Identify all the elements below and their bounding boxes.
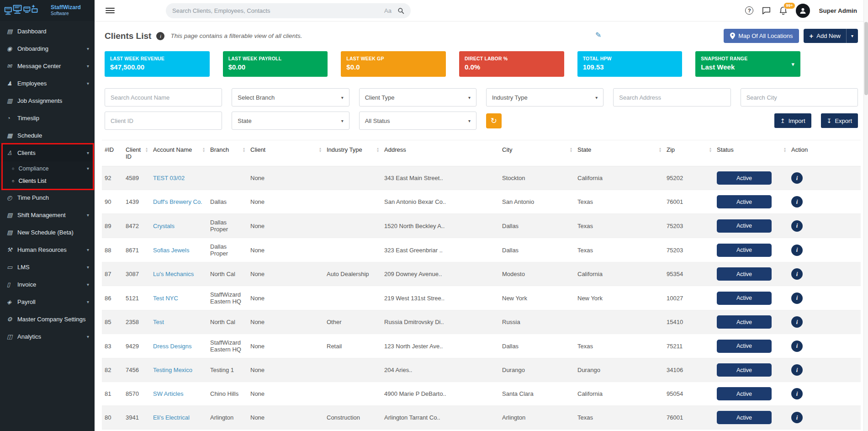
match-case-toggle[interactable]: Aa bbox=[384, 7, 392, 14]
account-name-link[interactable]: Test NYC bbox=[153, 295, 178, 302]
status-button[interactable]: Active bbox=[717, 195, 772, 208]
status-button[interactable]: Active bbox=[717, 315, 772, 329]
branch-select[interactable]: Select Branch ▾ bbox=[232, 88, 349, 106]
info-button[interactable]: i bbox=[791, 364, 803, 376]
industry-type-select[interactable]: Industry Type ▾ bbox=[486, 88, 603, 106]
brand-logo[interactable]: StaffWizard Software bbox=[0, 0, 95, 21]
add-new-button[interactable]: + Add New bbox=[804, 29, 846, 43]
notifications-bell-icon[interactable]: 99+ bbox=[779, 6, 787, 15]
info-button[interactable]: i bbox=[791, 388, 803, 399]
sidebar-item-job-assignments[interactable]: ▥ Job Assignments ▾ bbox=[0, 92, 95, 109]
account-name-link[interactable]: Dress Designs bbox=[153, 343, 192, 350]
account-name-link[interactable]: TEST 03/02 bbox=[153, 175, 185, 181]
sidebar-item-payroll[interactable]: ◈ Payroll ▾ bbox=[0, 293, 95, 310]
column-header-status[interactable]: Status ▴▾ bbox=[714, 140, 789, 166]
client-id-field[interactable] bbox=[105, 112, 222, 130]
menu-toggle-icon[interactable] bbox=[106, 8, 115, 13]
filter-text-input[interactable] bbox=[619, 94, 725, 101]
sidebar-item-employees[interactable]: ♟ Employees ▾ bbox=[0, 74, 95, 92]
state-select[interactable]: State ▾ bbox=[232, 112, 349, 130]
sidebar-item-analytics[interactable]: ◫ Analytics ▾ bbox=[0, 328, 95, 345]
sidebar-item-human-resources[interactable]: ⚒ Human Resources ▾ bbox=[0, 241, 95, 258]
account-name-link[interactable]: Lu's Mechanics bbox=[153, 271, 194, 277]
search-icon[interactable] bbox=[397, 7, 404, 14]
status-button[interactable]: Active bbox=[717, 171, 772, 185]
export-button[interactable]: ↧ Export bbox=[821, 113, 858, 128]
status-button[interactable]: Active bbox=[717, 267, 772, 281]
account-name-link[interactable]: Crystals bbox=[153, 223, 175, 229]
add-new-dropdown-toggle[interactable]: ▾ bbox=[846, 29, 858, 43]
map-all-locations-button[interactable]: Map Of All Locations bbox=[724, 29, 799, 43]
column-header-client-id[interactable]: Client ID ▴▾ bbox=[123, 140, 150, 166]
sidebar-item-new-schedule-beta[interactable]: ▨ New Schedule (Beta) ▾ bbox=[0, 223, 95, 241]
global-search-input[interactable] bbox=[172, 7, 381, 14]
scrollbar-thumb[interactable] bbox=[864, 22, 868, 95]
column-header-address[interactable]: Address ▴▾ bbox=[381, 140, 499, 166]
sidebar-item-master-company-settings[interactable]: ⚙ Master Company Settings ▾ bbox=[0, 310, 95, 328]
status-button[interactable]: Active bbox=[717, 363, 772, 377]
column-header-id[interactable]: #ID ▴▾ bbox=[102, 140, 123, 166]
user-avatar[interactable] bbox=[796, 4, 810, 18]
info-button[interactable]: i bbox=[791, 293, 803, 304]
account-name-link[interactable]: SW Articles bbox=[153, 390, 183, 397]
edit-icon[interactable]: ✎ bbox=[595, 31, 601, 39]
status-button[interactable]: Active bbox=[717, 292, 772, 305]
info-button[interactable]: i bbox=[791, 341, 803, 352]
client-type-select[interactable]: Client Type ▾ bbox=[359, 88, 476, 106]
status-button[interactable]: Active bbox=[717, 244, 772, 257]
sidebar-item-time-punch[interactable]: ◴ Time Punch ▾ bbox=[0, 189, 95, 206]
sidebar-item-schedule[interactable]: ▦ Schedule ▾ bbox=[0, 127, 95, 144]
column-header-action[interactable]: Action ▴▾ bbox=[789, 140, 861, 166]
column-header-branch[interactable]: Branch ▴▾ bbox=[207, 140, 248, 166]
sidebar-item-clients[interactable]: ♙ Clients ▾ bbox=[0, 144, 95, 161]
sidebar-item-message-center[interactable]: ✉ Message Center ▾ bbox=[0, 57, 95, 74]
search-city-input[interactable]: Search City ▾ bbox=[741, 88, 858, 106]
status-button[interactable]: Active bbox=[717, 411, 772, 424]
account-name-link[interactable]: Test bbox=[153, 319, 164, 325]
status-button[interactable]: Active bbox=[717, 340, 772, 353]
info-button[interactable]: i bbox=[791, 172, 803, 184]
filter-select[interactable]: Client Type ▾ bbox=[365, 94, 471, 101]
filter-select[interactable]: Industry Type ▾ bbox=[492, 94, 598, 101]
filter-text-input[interactable] bbox=[746, 94, 852, 101]
sidebar-item-timeslip[interactable]: ◔ Timeslip ▾ bbox=[0, 109, 95, 127]
info-button[interactable]: i bbox=[791, 220, 803, 232]
chat-icon[interactable] bbox=[762, 7, 771, 15]
client-id-input[interactable] bbox=[111, 117, 216, 124]
user-menu[interactable]: Super Admin bbox=[819, 7, 857, 14]
info-button[interactable]: i bbox=[791, 316, 803, 328]
column-header-city[interactable]: City ▴▾ bbox=[499, 140, 575, 166]
search-account-name-input[interactable]: Search Account Name ▾ bbox=[105, 88, 222, 106]
filter-text-input[interactable] bbox=[111, 94, 216, 101]
sidebar-item-lms[interactable]: ▭ LMS ▾ bbox=[0, 258, 95, 276]
info-button[interactable]: i bbox=[791, 268, 803, 280]
account-name-link[interactable]: Sofias Jewels bbox=[153, 247, 189, 254]
account-name-link[interactable]: Testing Mexico bbox=[153, 367, 192, 373]
sidebar-subitem-compliance[interactable]: ○ Compliance ▾ bbox=[0, 162, 95, 175]
help-icon[interactable]: ? bbox=[745, 6, 753, 15]
info-icon[interactable]: i bbox=[156, 32, 164, 40]
sidebar-item-onboarding[interactable]: ◉ Onboarding ▾ bbox=[0, 40, 95, 57]
sidebar-subitem-clients-list[interactable]: ○ Clients List bbox=[0, 175, 95, 187]
sidebar-item-shift-management[interactable]: ▧ Shift Management ▾ bbox=[0, 206, 95, 223]
sidebar-item-invoice[interactable]: ▯ Invoice ▾ bbox=[0, 276, 95, 293]
chevron-down-icon[interactable]: ▾ bbox=[792, 61, 795, 68]
column-header-industry-type[interactable]: Industry Type ▴▾ bbox=[324, 140, 381, 166]
info-button[interactable]: i bbox=[791, 245, 803, 256]
column-header-client[interactable]: Client ▴▾ bbox=[248, 140, 324, 166]
info-button[interactable]: i bbox=[791, 412, 803, 423]
status-select[interactable]: All Status ▾ bbox=[359, 112, 476, 130]
account-name-link[interactable]: Duff's Brewery Co. bbox=[153, 198, 202, 205]
column-header-account-name[interactable]: Account Name ▴▾ bbox=[150, 140, 207, 166]
scrollbar-track[interactable] bbox=[863, 0, 868, 431]
import-button[interactable]: ↥ Import bbox=[774, 113, 811, 128]
sidebar-item-dashboard[interactable]: ▤ Dashboard ▾ bbox=[0, 22, 95, 40]
account-name-link[interactable]: Eli's Electrical bbox=[153, 414, 190, 421]
refresh-button[interactable]: ↻ bbox=[486, 113, 502, 128]
info-button[interactable]: i bbox=[791, 196, 803, 208]
column-header-state[interactable]: State ▴▾ bbox=[575, 140, 664, 166]
filter-select[interactable]: Select Branch ▾ bbox=[238, 94, 343, 101]
status-button[interactable]: Active bbox=[717, 219, 772, 233]
search-address-input[interactable]: Search Address ▾ bbox=[613, 88, 730, 106]
column-header-zip[interactable]: Zip ▴▾ bbox=[664, 140, 714, 166]
